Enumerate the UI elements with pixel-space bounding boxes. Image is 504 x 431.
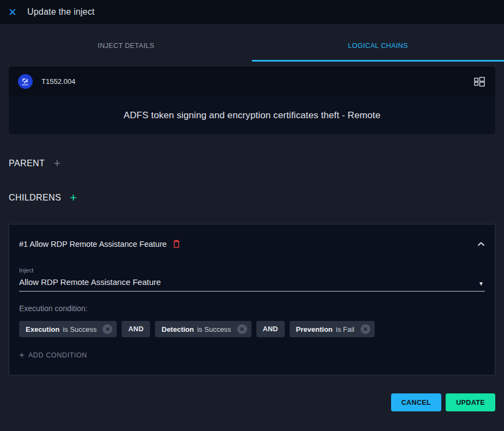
add-child-button[interactable]: + [70, 192, 77, 204]
dialog-header: ✕ Update the inject [0, 0, 504, 24]
parent-label: PARENT [9, 159, 45, 168]
inject-select-value: Allow RDP Remote Assistance Feature [19, 277, 478, 287]
condition-chip: Prevention is Fail ✕ [290, 321, 375, 337]
parent-section: PARENT + [0, 157, 504, 169]
cancel-button[interactable]: CANCEL [391, 393, 441, 411]
condition-value: is Fail [336, 325, 355, 333]
and-joiner: AND [122, 321, 150, 337]
windows-platform-icon [473, 76, 486, 88]
add-condition-button[interactable]: + ADD CONDITION [19, 350, 87, 360]
tab-inject-details[interactable]: INJECT DETAILS [0, 32, 252, 62]
condition-value: is Success [63, 325, 97, 333]
child-chain-title: #1 Allow RDP Remote Assistance Feature [19, 240, 167, 248]
chevron-down-icon: ▼ [478, 281, 485, 287]
condition-name: Detection [161, 325, 194, 333]
and-joiner: AND [256, 321, 285, 337]
childrens-label: CHILDRENS [9, 193, 61, 203]
close-icon[interactable]: ✕ [7, 6, 19, 18]
plus-icon: + [19, 350, 25, 360]
agent-avatar-icon: AGENT [18, 74, 33, 89]
inject-card: AGENT T1552.004 ADFS token signing and e… [9, 66, 495, 134]
svg-text:AGENT: AGENT [22, 84, 29, 86]
technique-id: T1552.004 [41, 77, 464, 86]
condition-value: is Success [197, 325, 231, 333]
inject-title: ADFS token signing and encryption certif… [9, 96, 495, 134]
condition-name: Execution [26, 325, 59, 333]
chevron-up-icon[interactable] [477, 242, 485, 246]
add-parent-button[interactable]: + [53, 157, 61, 169]
inject-card-header: AGENT T1552.004 [9, 66, 495, 96]
inject-select[interactable]: Allow RDP Remote Assistance Feature ▼ [19, 277, 485, 292]
remove-condition-icon[interactable]: ✕ [361, 324, 370, 334]
inject-field-label: Inject [19, 267, 485, 274]
condition-chip: Execution is Success ✕ [19, 321, 117, 337]
condition-chips: Execution is Success ✕ AND Detection is … [19, 321, 485, 337]
childrens-section: CHILDRENS + [0, 192, 504, 204]
tab-bar: INJECT DETAILS LOGICAL CHAINS [0, 32, 504, 62]
condition-chip: Detection is Success ✕ [155, 321, 251, 337]
dialog-footer: CANCEL UPDATE [0, 393, 495, 411]
condition-name: Prevention [296, 325, 333, 333]
add-condition-label: ADD CONDITION [28, 351, 87, 359]
delete-child-icon[interactable] [172, 239, 181, 248]
remove-condition-icon[interactable]: ✕ [103, 324, 112, 334]
update-inject-dialog: ✕ Update the inject INJECT DETAILS LOGIC… [0, 0, 504, 411]
update-button[interactable]: UPDATE [446, 393, 495, 411]
child-chain-panel: #1 Allow RDP Remote Assistance Feature I… [9, 224, 495, 375]
dialog-title: Update the inject [27, 7, 94, 17]
tab-logical-chains[interactable]: LOGICAL CHAINS [252, 32, 504, 62]
remove-condition-icon[interactable]: ✕ [237, 324, 247, 334]
child-chain-header: #1 Allow RDP Remote Assistance Feature [19, 239, 485, 248]
execution-condition-label: Execution condition: [19, 304, 485, 313]
